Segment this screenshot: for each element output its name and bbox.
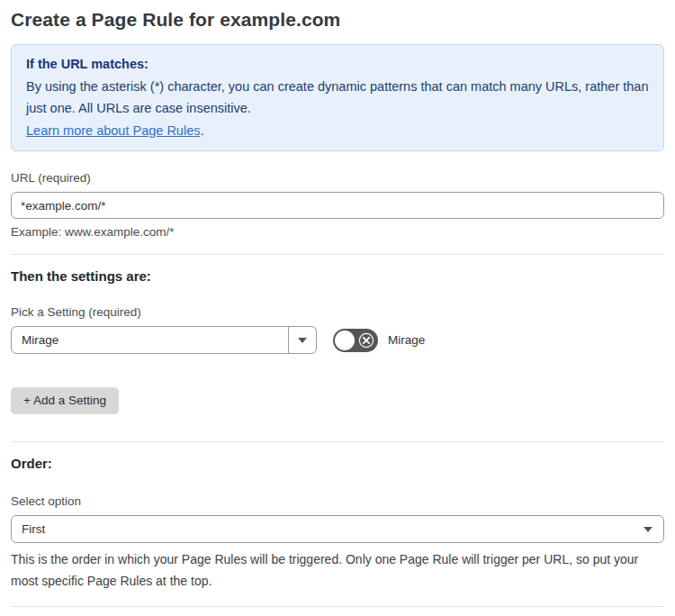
divider (11, 606, 664, 607)
chevron-down-icon (298, 338, 307, 343)
url-example-hint: Example: www.example.com/* (11, 225, 664, 240)
order-select-label: Select option (11, 494, 664, 508)
url-match-info-box: If the URL matches: By using the asteris… (11, 44, 664, 151)
url-field-label: URL (required) (11, 171, 664, 185)
add-setting-button[interactable]: + Add a Setting (11, 387, 119, 414)
url-input[interactable] (11, 192, 664, 219)
page-title: Create a Page Rule for example.com (11, 9, 664, 31)
info-box-body: By using the asterisk (*) character, you… (26, 76, 649, 120)
toggle-off-x-icon (358, 332, 374, 349)
learn-more-link[interactable]: Learn more about Page Rules (26, 123, 200, 138)
toggle-label: Mirage (388, 333, 425, 347)
order-section-heading: Order: (11, 457, 664, 471)
divider (11, 254, 664, 255)
info-box-link-line: Learn more about Page Rules. (26, 120, 649, 142)
order-select[interactable]: First (11, 515, 664, 543)
setting-select-value: Mirage (12, 333, 288, 347)
toggle-knob (335, 331, 355, 350)
setting-select[interactable]: Mirage (11, 326, 317, 354)
link-suffix: . (200, 123, 203, 138)
mirage-toggle[interactable] (333, 329, 378, 352)
setting-row: Mirage Mirage (11, 326, 664, 354)
order-select-value: First (12, 522, 644, 536)
pick-setting-label: Pick a Setting (required) (11, 305, 664, 319)
page-rule-form: Create a Page Rule for example.com If th… (0, 0, 675, 616)
chevron-down-icon (644, 527, 652, 532)
setting-select-caret-segment[interactable] (288, 327, 316, 353)
info-box-heading: If the URL matches: (26, 53, 649, 76)
settings-section-heading: Then the settings are: (11, 269, 664, 284)
order-help-text: This is the order in which your Page Rul… (11, 548, 664, 592)
divider (11, 441, 664, 442)
